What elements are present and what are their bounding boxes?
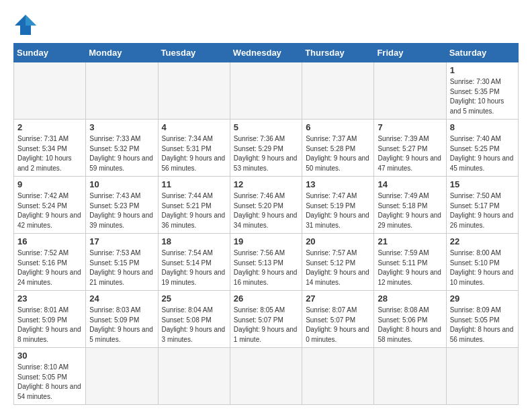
calendar-cell [158, 348, 230, 405]
day-number: 23 [17, 293, 82, 304]
day-number: 13 [306, 179, 370, 189]
calendar-cell: 21Sunrise: 7:59 AM Sunset: 5:11 PM Dayli… [374, 234, 446, 291]
day-info: Sunrise: 7:46 AM Sunset: 5:20 PM Dayligh… [234, 191, 298, 230]
calendar-cell: 27Sunrise: 8:07 AM Sunset: 5:07 PM Dayli… [302, 291, 374, 348]
calendar-cell: 14Sunrise: 7:49 AM Sunset: 5:18 PM Dayli… [374, 177, 446, 234]
calendar-cell [302, 348, 374, 405]
day-info: Sunrise: 8:10 AM Sunset: 5:05 PM Dayligh… [17, 363, 82, 402]
day-info: Sunrise: 8:03 AM Sunset: 5:09 PM Dayligh… [89, 306, 154, 345]
day-number: 12 [234, 179, 298, 189]
day-number: 27 [306, 293, 370, 304]
day-info: Sunrise: 7:31 AM Sunset: 5:34 PM Dayligh… [17, 134, 82, 173]
calendar-cell: 11Sunrise: 7:44 AM Sunset: 5:21 PM Dayli… [158, 177, 230, 234]
calendar-cell: 20Sunrise: 7:57 AM Sunset: 5:12 PM Dayli… [302, 234, 374, 291]
calendar-table: SundayMondayTuesdayWednesdayThursdayFrid… [13, 43, 519, 405]
calendar-cell: 3Sunrise: 7:33 AM Sunset: 5:32 PM Daylig… [86, 120, 158, 177]
day-number: 25 [162, 293, 226, 304]
day-info: Sunrise: 7:50 AM Sunset: 5:17 PM Dayligh… [450, 191, 515, 230]
svg-marker-1 [26, 15, 36, 26]
day-number: 7 [378, 122, 442, 132]
calendar-cell [302, 62, 374, 120]
calendar-cell: 28Sunrise: 8:08 AM Sunset: 5:06 PM Dayli… [374, 291, 446, 348]
day-info: Sunrise: 7:33 AM Sunset: 5:32 PM Dayligh… [89, 134, 154, 173]
calendar-cell [374, 348, 446, 405]
calendar-week-5: 30Sunrise: 8:10 AM Sunset: 5:05 PM Dayli… [14, 348, 519, 405]
day-info: Sunrise: 7:36 AM Sunset: 5:29 PM Dayligh… [234, 134, 298, 173]
calendar-cell: 7Sunrise: 7:39 AM Sunset: 5:27 PM Daylig… [374, 120, 446, 177]
calendar-cell [446, 348, 518, 405]
day-info: Sunrise: 7:40 AM Sunset: 5:25 PM Dayligh… [450, 134, 515, 173]
day-info: Sunrise: 7:39 AM Sunset: 5:27 PM Dayligh… [378, 134, 442, 173]
calendar-cell: 4Sunrise: 7:34 AM Sunset: 5:31 PM Daylig… [158, 120, 230, 177]
day-number: 4 [162, 122, 226, 132]
day-number: 26 [234, 293, 298, 304]
weekday-header-monday: Monday [86, 44, 158, 62]
calendar-cell [374, 62, 446, 120]
calendar-week-1: 2Sunrise: 7:31 AM Sunset: 5:34 PM Daylig… [14, 120, 519, 177]
day-number: 10 [89, 179, 154, 189]
weekday-header-friday: Friday [374, 44, 446, 62]
day-info: Sunrise: 7:44 AM Sunset: 5:21 PM Dayligh… [162, 191, 226, 230]
day-number: 15 [450, 179, 515, 189]
day-number: 28 [378, 293, 442, 304]
day-number: 19 [234, 236, 298, 246]
calendar-cell: 19Sunrise: 7:56 AM Sunset: 5:13 PM Dayli… [230, 234, 302, 291]
day-info: Sunrise: 7:37 AM Sunset: 5:28 PM Dayligh… [306, 134, 370, 173]
day-info: Sunrise: 7:53 AM Sunset: 5:15 PM Dayligh… [89, 248, 154, 287]
logo [13, 13, 40, 36]
calendar-cell: 6Sunrise: 7:37 AM Sunset: 5:28 PM Daylig… [302, 120, 374, 177]
calendar-week-3: 16Sunrise: 7:52 AM Sunset: 5:16 PM Dayli… [14, 234, 519, 291]
day-number: 16 [17, 236, 82, 246]
day-number: 17 [89, 236, 154, 246]
day-info: Sunrise: 7:42 AM Sunset: 5:24 PM Dayligh… [17, 191, 82, 230]
calendar-cell: 29Sunrise: 8:09 AM Sunset: 5:05 PM Dayli… [446, 291, 518, 348]
day-number: 2 [17, 122, 82, 132]
calendar-cell [230, 62, 302, 120]
day-number: 29 [450, 293, 515, 304]
day-info: Sunrise: 7:59 AM Sunset: 5:11 PM Dayligh… [378, 248, 442, 287]
day-info: Sunrise: 7:56 AM Sunset: 5:13 PM Dayligh… [234, 248, 298, 287]
day-number: 9 [17, 179, 82, 189]
calendar-cell: 30Sunrise: 8:10 AM Sunset: 5:05 PM Dayli… [14, 348, 86, 405]
weekday-header-sunday: Sunday [14, 44, 86, 62]
calendar-week-4: 23Sunrise: 8:01 AM Sunset: 5:09 PM Dayli… [14, 291, 519, 348]
calendar-cell: 24Sunrise: 8:03 AM Sunset: 5:09 PM Dayli… [86, 291, 158, 348]
calendar-cell: 1Sunrise: 7:30 AM Sunset: 5:35 PM Daylig… [446, 62, 518, 120]
day-number: 21 [378, 236, 442, 246]
logo-icon [13, 13, 38, 36]
calendar-cell [14, 62, 86, 120]
calendar-cell: 9Sunrise: 7:42 AM Sunset: 5:24 PM Daylig… [14, 177, 86, 234]
day-info: Sunrise: 7:57 AM Sunset: 5:12 PM Dayligh… [306, 248, 370, 287]
day-info: Sunrise: 8:05 AM Sunset: 5:07 PM Dayligh… [234, 306, 298, 345]
weekday-header-wednesday: Wednesday [230, 44, 302, 62]
day-number: 1 [450, 65, 515, 75]
day-number: 24 [89, 293, 154, 304]
day-number: 5 [234, 122, 298, 132]
calendar-cell [86, 62, 158, 120]
day-info: Sunrise: 7:47 AM Sunset: 5:19 PM Dayligh… [306, 191, 370, 230]
weekday-header-thursday: Thursday [302, 44, 374, 62]
calendar-cell: 15Sunrise: 7:50 AM Sunset: 5:17 PM Dayli… [446, 177, 518, 234]
page-header [13, 13, 519, 36]
weekday-header-tuesday: Tuesday [158, 44, 230, 62]
day-info: Sunrise: 8:00 AM Sunset: 5:10 PM Dayligh… [450, 248, 515, 287]
day-info: Sunrise: 7:52 AM Sunset: 5:16 PM Dayligh… [17, 248, 82, 287]
calendar-week-0: 1Sunrise: 7:30 AM Sunset: 5:35 PM Daylig… [14, 62, 519, 120]
day-info: Sunrise: 8:07 AM Sunset: 5:07 PM Dayligh… [306, 306, 370, 345]
day-number: 22 [450, 236, 515, 246]
calendar-cell: 10Sunrise: 7:43 AM Sunset: 5:23 PM Dayli… [86, 177, 158, 234]
calendar-cell [158, 62, 230, 120]
day-number: 30 [17, 351, 82, 361]
calendar-cell: 2Sunrise: 7:31 AM Sunset: 5:34 PM Daylig… [14, 120, 86, 177]
calendar-cell [86, 348, 158, 405]
calendar-cell: 25Sunrise: 8:04 AM Sunset: 5:08 PM Dayli… [158, 291, 230, 348]
day-info: Sunrise: 7:43 AM Sunset: 5:23 PM Dayligh… [89, 191, 154, 230]
day-info: Sunrise: 7:54 AM Sunset: 5:14 PM Dayligh… [162, 248, 226, 287]
calendar-cell: 8Sunrise: 7:40 AM Sunset: 5:25 PM Daylig… [446, 120, 518, 177]
day-info: Sunrise: 8:01 AM Sunset: 5:09 PM Dayligh… [17, 306, 82, 345]
calendar-cell [230, 348, 302, 405]
day-number: 3 [89, 122, 154, 132]
day-info: Sunrise: 8:08 AM Sunset: 5:06 PM Dayligh… [378, 306, 442, 345]
day-info: Sunrise: 8:04 AM Sunset: 5:08 PM Dayligh… [162, 306, 226, 345]
day-number: 11 [162, 179, 226, 189]
